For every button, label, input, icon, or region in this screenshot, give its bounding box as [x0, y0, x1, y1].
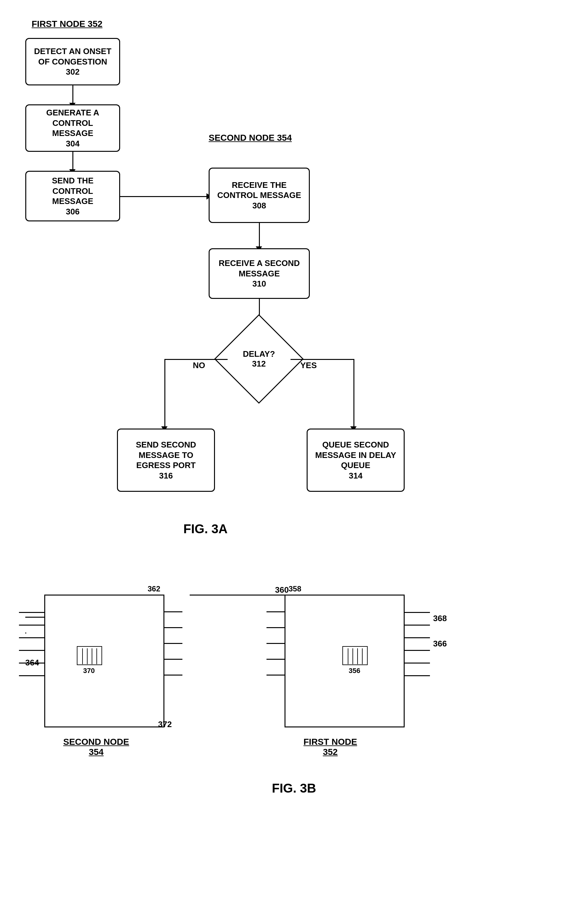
port-fn-l5: [267, 675, 286, 676]
port-fn-l1: [267, 611, 286, 612]
first-node-b-label: FIRST NODE 352: [304, 737, 357, 757]
yes-label: YES: [300, 361, 317, 370]
first-node-label: FIRST NODE 352: [32, 19, 103, 29]
port-right-fn-6: [405, 675, 430, 676]
queue-line-3: [92, 648, 92, 664]
first-node-box: 358 356: [284, 594, 405, 728]
ref-360: 360: [275, 585, 289, 595]
fig3a: FIRST NODE 352 DETECT AN ONSET OF CONGES…: [0, 10, 588, 563]
queue-370-box: [77, 646, 102, 665]
port-left-a3: [19, 637, 44, 638]
second-node-box: 362 370: [44, 594, 164, 728]
generate-box: GENERATE A CONTROL MESSAGE 304: [25, 105, 120, 152]
arrow-receive-control-second: [259, 223, 260, 248]
port-right-fn-3: [405, 637, 430, 638]
send-control-box: SEND THE CONTROL MESSAGE 306: [25, 171, 120, 221]
ref-372: 372: [158, 720, 172, 729]
port-r3: [164, 643, 182, 644]
port-fn-l2: [267, 627, 286, 628]
queue-356-line-1: [348, 648, 349, 664]
ref-366: 366: [433, 639, 447, 649]
receive-second-box: RECEIVE A SECOND MESSAGE 310: [209, 248, 310, 299]
arrow-no-h: [164, 359, 228, 360]
queue-second-box: QUEUE SECOND MESSAGE IN DELAY QUEUE 314: [307, 428, 405, 492]
port-left-a2: [19, 625, 44, 626]
ref-368: 368: [433, 613, 447, 623]
port-fn-l4: [267, 659, 286, 660]
port-right-fn-2: [405, 625, 430, 626]
queue-356-box: [342, 646, 368, 665]
queue-line-2: [87, 648, 88, 664]
second-node-label: SECOND NODE 354: [209, 133, 292, 143]
arrow-send-receive-h: [120, 196, 212, 197]
second-node-b-label: SECOND NODE 354: [63, 737, 129, 757]
port-r5: [164, 675, 182, 676]
queue-370-wrap: 370: [77, 646, 102, 665]
fig3b: 360 362 370: [0, 576, 588, 908]
delay-label: DELAY? 312: [243, 349, 275, 369]
delay-diamond-wrap: DELAY? 312: [227, 327, 291, 391]
send-second-box: SEND SECOND MESSAGE TO EGRESS PORT 316: [117, 428, 215, 492]
port-fn-l3: [267, 643, 286, 644]
queue-356-line-3: [357, 648, 358, 664]
queue-356-wrap: 356: [342, 646, 368, 665]
ref-356: 356: [349, 667, 360, 675]
port-right-fn-5: [405, 663, 430, 663]
page: FIRST NODE 352 DETECT AN ONSET OF CONGES…: [0, 0, 588, 908]
ref-362: 362: [148, 584, 160, 593]
ref-370: 370: [83, 667, 95, 675]
queue-line-4: [96, 648, 97, 664]
queue-356-line-4: [362, 648, 363, 664]
port-l2: [25, 633, 26, 633]
port-r2: [164, 627, 182, 628]
queue-356-line-2: [352, 648, 353, 664]
port-right-fn-1: [405, 612, 430, 613]
port-l1: [25, 617, 44, 618]
arrow-yes-v: [353, 359, 354, 428]
port-r1: [164, 611, 182, 612]
arrow-no-v: [164, 359, 165, 428]
port-left-a4: [19, 650, 44, 651]
no-label: NO: [193, 361, 205, 370]
receive-control-box: RECEIVE THE CONTROL MESSAGE 308: [209, 167, 310, 223]
port-left-a6: [19, 675, 44, 676]
port-right-fn-4: [405, 650, 430, 651]
port-r4: [164, 659, 182, 660]
ref-358: 358: [289, 584, 301, 593]
arrow-generate-send: [72, 152, 73, 171]
port-left-a5: [19, 663, 44, 663]
detect-box: DETECT AN ONSET OF CONGESTION 302: [25, 38, 120, 85]
fig3a-label: FIG. 3A: [158, 522, 253, 536]
queue-line-1: [82, 648, 83, 664]
arrow-detect-generate: [72, 85, 73, 105]
port-left-a1: [19, 612, 44, 613]
fig3b-label: FIG. 3B: [231, 781, 357, 795]
arrow-yes-h: [291, 359, 354, 360]
